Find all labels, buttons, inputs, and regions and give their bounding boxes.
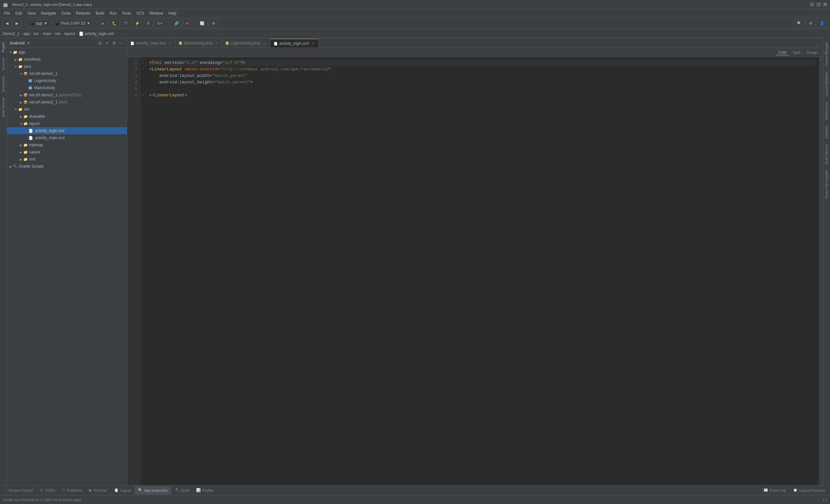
breadcrumb-layout[interactable]: layout (65, 31, 75, 36)
tree-arrow-layout[interactable]: ▼ (19, 122, 23, 126)
tab-activity-login-xml[interactable]: 📄 activity_login.xml ✕ (270, 39, 319, 48)
right-panel-device-manager[interactable]: Device Manager (824, 39, 829, 68)
search-everywhere-button[interactable]: 🔍 (794, 19, 805, 28)
editor-view-options[interactable]: ⋮ (815, 42, 820, 48)
tree-arrow-app[interactable]: ▼ (8, 51, 13, 54)
tree-arrow-pkg-test[interactable]: ▶ (19, 100, 23, 104)
panel-settings-btn[interactable]: ⚙ (111, 40, 117, 46)
tree-arrow-manifests[interactable]: ▶ (13, 58, 18, 61)
left-tab-bookmarks[interactable]: Bookmarks (1, 73, 6, 95)
split-mode-button[interactable]: Split (791, 50, 802, 55)
android-dropdown-icon[interactable]: ▼ (27, 41, 30, 45)
settings-main-button[interactable]: ⚙ (806, 19, 816, 28)
breadcrumb-src[interactable]: src (34, 31, 39, 36)
bottom-tab-build[interactable]: 🔨 Build (172, 486, 192, 495)
tree-item-activity-main[interactable]: ▶ 📄 activity_main.xml (7, 134, 127, 141)
tree-arrow-values[interactable]: ▶ (19, 151, 23, 154)
config-selector[interactable]: 📱 app ▼ (27, 19, 51, 28)
tree-item-gradle[interactable]: ▶ 🔨 Gradle Scripts (7, 163, 127, 170)
menu-build[interactable]: Build (93, 9, 107, 17)
bottom-tab-event-log[interactable]: 📰 Event Log (760, 486, 789, 495)
menu-file[interactable]: File (1, 9, 13, 17)
tree-item-mainactivity[interactable]: ▶ C MainActivity (7, 84, 127, 91)
back-button[interactable]: ◀ (3, 19, 11, 28)
tab-close-mainactivity[interactable]: ✕ (214, 41, 219, 45)
run-button[interactable]: ▶ (99, 19, 108, 28)
fold-2[interactable]: ◁ (140, 66, 145, 73)
fold-1[interactable]: ◁ (140, 60, 145, 66)
settings-button[interactable]: ⚙ (209, 19, 218, 28)
tree-item-mipmap[interactable]: ▶ 📁 mipmap (7, 141, 127, 149)
user-button[interactable]: 👤 (817, 19, 827, 28)
tree-arrow-java[interactable]: ▼ (13, 65, 18, 68)
tree-item-package-test[interactable]: ▶ 📦 net.drf.demo2_1 (test) (7, 99, 127, 106)
close-button[interactable]: ✕ (823, 2, 827, 7)
right-panel-notifications[interactable]: Notifications (824, 100, 829, 122)
tree-item-java[interactable]: ▼ 📁 java (7, 63, 127, 70)
tab-activity-main-xml[interactable]: 📄 activity_main.xml ✕ (127, 39, 176, 48)
breadcrumb-file[interactable]: 📄 activity_login.xml (79, 31, 114, 36)
menu-run[interactable]: Run (107, 9, 119, 17)
bottom-tab-app-inspection[interactable]: 🔍 App Inspection (135, 486, 171, 495)
bottom-tab-logcat[interactable]: 📋 Logcat (111, 486, 134, 495)
bottom-tab-layout-inspector[interactable]: 🔲 Layout Inspector (790, 486, 829, 495)
right-panel-emulator[interactable]: Emulator (824, 123, 829, 141)
right-panel-build-variants[interactable]: Build Variants (824, 142, 829, 167)
tree-item-manifests[interactable]: ▶ 📁 manifests (7, 56, 127, 63)
menu-tools[interactable]: Tools (119, 9, 134, 17)
bottom-tab-todo[interactable]: ☑ TODO (37, 486, 58, 495)
tab-close-activity-main[interactable]: ✕ (168, 41, 172, 45)
breadcrumb-demo2[interactable]: Demo2_1 (3, 31, 20, 36)
panel-collapse-btn[interactable]: ≡ (104, 40, 110, 46)
device-selector[interactable]: 📱 Pixel 3 API 33 ▼ (52, 19, 93, 28)
menu-view[interactable]: View (25, 9, 38, 17)
tab-close-activity-login[interactable]: ✕ (311, 41, 315, 46)
profile-button[interactable]: ⚡ (132, 19, 143, 28)
tree-arrow-gradle[interactable]: ▶ (8, 165, 13, 168)
tree-item-package-main[interactable]: ▼ 📦 net.drf.demo2_1 (7, 70, 127, 77)
tree-item-values[interactable]: ▶ 📁 values (7, 149, 127, 156)
tree-item-loginactivity[interactable]: ▶ C LoginActivity (7, 77, 127, 84)
breadcrumb-app[interactable]: app (23, 31, 30, 36)
tree-item-xml[interactable]: ▶ 📁 xml (7, 156, 127, 163)
tree-item-drawable[interactable]: ▶ 📁 drawable (7, 113, 127, 120)
bottom-tab-terminal[interactable]: ▶ Terminal (86, 486, 110, 495)
tree-arrow-mipmap[interactable]: ▶ (19, 144, 23, 147)
forward-button[interactable]: ▶ (13, 19, 22, 28)
tree-arrow-drawable[interactable]: ▶ (19, 115, 23, 118)
sync-button[interactable]: 🔄 (197, 19, 208, 28)
debug-button[interactable]: 🐛 (109, 19, 120, 28)
right-panel-layout-validation[interactable]: Layout Validation (824, 69, 829, 99)
tree-item-app[interactable]: ▼ 📁 app (7, 49, 127, 56)
design-mode-button[interactable]: Design (804, 50, 820, 55)
bottom-tab-version-control[interactable]: ⑂ Version Control (1, 486, 36, 495)
left-tab-structure[interactable]: Structure (1, 55, 6, 73)
tree-arrow-pkg-main[interactable]: ▼ (19, 72, 23, 75)
right-panel-device-file-explorer[interactable]: Device File Explorer (824, 167, 829, 201)
panel-locate-btn[interactable]: ⊞ (97, 40, 103, 46)
tree-item-res[interactable]: ▼ 📁 res (7, 106, 127, 113)
stop-button[interactable]: ■ (183, 19, 191, 28)
apply-changes-button[interactable]: ↻ (144, 19, 153, 28)
tree-item-activity-login[interactable]: ▶ 📄 activity_login.xml (7, 127, 127, 134)
code-mode-button[interactable]: Code (775, 50, 789, 56)
menu-code[interactable]: Code (59, 9, 73, 17)
menu-navigate[interactable]: Navigate (38, 9, 59, 17)
tree-arrow-pkg-androidtest[interactable]: ▶ (19, 93, 23, 97)
coverage-button[interactable]: 🛡 (121, 19, 131, 28)
attach-debugger-button[interactable]: 🔗 (171, 19, 182, 28)
tree-arrow-xml[interactable]: ▶ (19, 158, 23, 161)
bottom-tab-profiler[interactable]: 📊 Profiler (193, 486, 217, 495)
tab-close-loginactivity[interactable]: ✕ (262, 41, 267, 45)
menu-edit[interactable]: Edit (13, 9, 25, 17)
menu-vcs[interactable]: VCS (134, 9, 147, 17)
tab-loginactivity-java[interactable]: J LoginActivity.java ✕ (222, 39, 270, 48)
breadcrumb-main[interactable]: main (43, 31, 51, 36)
code-content[interactable]: <?xml version="1.0" encoding="utf-8"?> <… (145, 57, 819, 485)
left-tab-project[interactable]: Project (1, 39, 6, 55)
window-controls[interactable]: — □ ✕ (810, 2, 827, 7)
bottom-tab-problems[interactable]: ⚠ Problems (59, 486, 85, 495)
code-editor[interactable]: 1 2 3 4 5 6 ◁ ◁ ◁ <?xml (127, 57, 823, 485)
menu-refactor[interactable]: Refactor (73, 9, 93, 17)
tab-mainactivity-java[interactable]: J MainActivity.java ✕ (176, 39, 222, 48)
